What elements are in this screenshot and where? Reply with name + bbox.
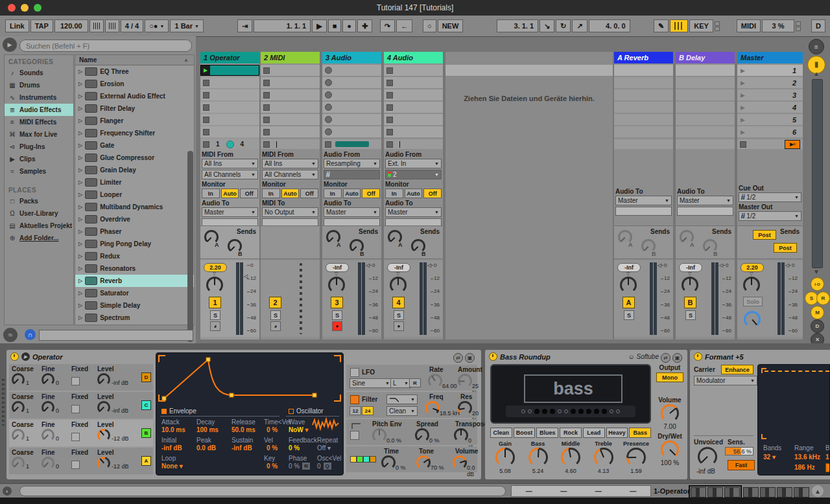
input-type-menu[interactable]: All Ins▼ [262,159,318,168]
list-item[interactable]: ▷EQ Three [75,65,194,78]
input-type-menu[interactable]: Ext. In▼ [385,159,442,168]
timevel-value[interactable]: 0 % [267,426,278,433]
list-item[interactable]: ▷Redux [75,250,194,262]
lfo-checkbox[interactable] [350,368,359,377]
volume-field[interactable]: 2.20 [204,263,227,272]
list-item[interactable]: ▷Phaser [75,225,194,238]
track-activator[interactable]: A [622,297,635,308]
clip-slot[interactable] [384,102,443,113]
track-activator[interactable]: 3 [331,297,343,308]
fold-device-view-icon[interactable]: ▲ [812,485,824,497]
monitor-auto-button[interactable]: Auto [343,189,361,198]
scene-slot[interactable]: ▶2 [737,77,803,88]
list-item[interactable]: ▷Resonators [75,262,194,275]
clip-play-icon[interactable]: ▶ [201,65,210,75]
operator-display[interactable]: Envelope Oscillator Attack Decay Release… [156,352,344,475]
sidebar-item-drums[interactable]: ▦Drums [5,79,73,91]
clip-slot[interactable] [261,114,320,125]
tempo-field[interactable]: 120.00 [54,19,88,32]
solo-button[interactable]: S [270,310,281,320]
list-item[interactable]: ▷Gate [75,139,194,152]
osc-b-button[interactable]: B [141,428,151,438]
track-activator[interactable]: B [684,297,696,308]
solo-button[interactable]: Solo [743,297,763,306]
initial-value[interactable]: -inf dB [161,444,182,452]
decay-value[interactable]: 100 ms [196,426,219,433]
device-drag-handle[interactable] [2,379,5,426]
device-activator-icon[interactable] [694,352,702,361]
list-item[interactable]: ▷Limiter [75,176,194,189]
unvoiced-knob[interactable] [698,447,717,466]
clip-slot[interactable] [261,89,320,100]
list-item[interactable]: ▷Glue Compressor [75,152,194,164]
track-header[interactable]: B Delay [676,52,735,63]
solo-button[interactable]: S [394,310,404,320]
clip-slot[interactable] [261,65,320,76]
attack-value[interactable]: 10.0 ms [161,426,185,433]
hot-swap-icon[interactable]: ⇄ [453,353,463,363]
filter-res-knob[interactable] [458,401,472,415]
maximize-window-button[interactable] [34,4,42,12]
track-activator[interactable]: 2 [269,297,281,308]
output-type-menu[interactable]: Master▼ [615,196,672,205]
clip-slot[interactable] [322,77,381,88]
fine-knob[interactable] [42,373,54,386]
osc-b-indicator[interactable] [357,456,363,463]
range-high-value[interactable]: 13.6 kHz [794,453,820,461]
bands-menu[interactable]: 32 ▾ [763,453,776,461]
monitor-in-button[interactable]: In [202,189,220,198]
session-scrollbar[interactable] [812,79,823,268]
osc-c-indicator[interactable] [363,456,370,463]
pitch-env-knob[interactable] [372,428,386,442]
fixed-checkbox[interactable] [71,405,80,413]
volume-knob[interactable] [453,455,467,470]
monitor-in-button[interactable]: In [324,189,342,198]
osc-d-button[interactable]: D [141,372,151,382]
list-item[interactable]: ▷Multiband Dynamics [75,201,194,213]
input-channel-menu[interactable]: 2▼ [385,170,442,179]
coarse-knob[interactable] [12,457,25,470]
enhance-button[interactable]: Enhance [721,365,753,374]
monitor-off-button[interactable]: Off [240,189,258,198]
computer-midi-keyboard-button[interactable] [670,19,688,32]
sidebar-item-midi-effects[interactable]: ≡MIDI Effects [5,116,73,128]
level-knob[interactable] [97,457,110,470]
volume-field[interactable]: -Inf [387,263,410,272]
clip-slot[interactable] [322,114,381,125]
release-value[interactable]: 50.0 ms [231,426,255,433]
sustain-value[interactable]: -inf dB [231,444,252,452]
scene-slot[interactable]: ▶4 [737,102,803,113]
lfo-shape-menu[interactable]: Sine▼ [350,378,392,388]
pan-knob[interactable] [743,277,760,293]
tone-knob[interactable] [416,455,431,470]
phase-value[interactable]: 0 %R [289,463,310,470]
track-header[interactable]: 3 Audio [322,52,381,63]
sidebar-item-samples[interactable]: ≈Samples [5,165,73,178]
device-thumbnail[interactable] [760,487,776,498]
monitor-auto-button[interactable]: Auto [405,189,423,198]
clip-slot[interactable] [384,89,443,100]
osc-c-button[interactable]: C [141,400,151,410]
mode-clean-button[interactable]: Clean [490,428,512,438]
middle-knob[interactable] [561,448,580,467]
pan-knob[interactable] [390,277,407,293]
osc-row-c[interactable]: Coarse1 Fine0 Fixed Level-inf dB C [9,392,153,418]
quantization-menu[interactable]: 1 Bar▼ [170,19,203,32]
show-returns-toggle[interactable]: R [816,292,830,305]
pan-knob[interactable] [620,277,637,293]
list-item[interactable]: ▷Overdrive [75,213,194,225]
amp-volume-knob[interactable] [661,404,679,422]
follow-button[interactable]: ⇥ [237,19,252,32]
output-type-menu[interactable]: Master▼ [677,196,733,205]
loop-mode-menu[interactable]: None ▾ [161,463,183,470]
close-window-button[interactable] [8,4,16,12]
device-thumbnail[interactable] [794,487,809,498]
clip-slot[interactable] [200,89,259,100]
crossfader-assign-box[interactable]: ———— [511,485,651,497]
sens-slider[interactable]: 58.6 % [725,447,753,455]
vel-value[interactable]: 0 % [267,444,278,452]
scene-slot[interactable]: ▶1 [737,65,803,76]
clip-slot[interactable] [384,114,443,125]
carrier-source-menu[interactable]: Modulator▼ [694,376,757,385]
precise-button[interactable]: Pr [825,463,830,472]
